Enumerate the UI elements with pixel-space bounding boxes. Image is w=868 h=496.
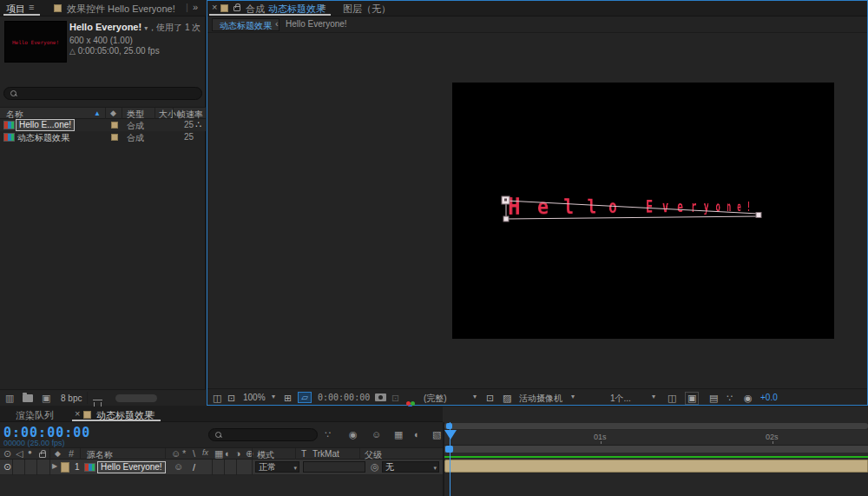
composition-item-icon (3, 133, 15, 142)
layer-label-chip[interactable] (61, 462, 69, 473)
bit-depth-button[interactable]: 8 bpc (61, 393, 82, 403)
comp-panel-menu-icon[interactable]: ≡ (320, 3, 326, 12)
active-camera-value[interactable]: 活动摄像机 (519, 393, 562, 405)
time-ruler[interactable]: 01s 02s (444, 430, 868, 446)
fast-previews-icon[interactable]: ▣ (685, 392, 699, 405)
sort-asc-icon[interactable]: ▲ (94, 109, 101, 117)
view-layout-value[interactable]: 1个... (610, 393, 631, 405)
close-tab-icon[interactable]: × (212, 3, 217, 12)
col-trkmat[interactable]: TrkMat (312, 449, 339, 459)
cache-row (444, 453, 868, 460)
row-name[interactable]: 动态标题效果 (17, 132, 69, 144)
magnification-value[interactable]: 100% (243, 393, 266, 402)
frame-blending-icon[interactable]: ▦ (394, 430, 403, 440)
graph-editor-icon[interactable]: ▧ (432, 430, 441, 440)
comp-current-time[interactable]: 0:00:00:00 (318, 393, 370, 402)
composition-panel: × 合成 动态标题效果 ≡ 图层（无） 动态标题效果 ‹ Hello Every… (207, 0, 868, 406)
transparency-grid-icon[interactable]: ▨ (503, 393, 511, 404)
timeline-search[interactable] (208, 428, 318, 441)
magnification-dropdown-icon[interactable]: ▾ (272, 393, 275, 400)
composition-thumbnail[interactable]: Hello Everyone! (4, 21, 67, 63)
row-fps: 25 (184, 132, 194, 142)
project-search[interactable] (3, 87, 202, 100)
project-hscrollbar[interactable] (115, 394, 157, 402)
tab-layer[interactable]: 图层（无） (343, 3, 391, 16)
motion-blur-icon[interactable]: ◐ (414, 430, 420, 440)
timeline-menu-icon[interactable]: ≡ (149, 409, 155, 419)
item-size: 600 x 400 (1.00) (69, 36, 204, 45)
layer-row[interactable]: ⊙ ▶ 1 Hello Everyone! ☺ / 正常 ▾ ◎ 无 (0, 460, 443, 475)
flowchart-button-icon[interactable]: ∵ (727, 393, 733, 404)
project-search-input[interactable] (22, 89, 195, 99)
viewer-tab-other[interactable]: Hello Everyone! (286, 19, 347, 29)
tab-effect-controls[interactable]: 效果控件 Hello Everyone! (67, 3, 175, 16)
layer-expand-icon[interactable]: ▶ (52, 463, 57, 470)
time-navigator[interactable] (444, 423, 868, 429)
reset-exposure-icon[interactable]: ◉ (744, 393, 753, 404)
item-name[interactable]: Hello Everyone! (69, 22, 141, 32)
layer-quality-icon[interactable]: / (193, 462, 195, 473)
parent-pick-whip-icon[interactable]: ◎ (371, 462, 379, 472)
snapshot-icon[interactable] (375, 393, 386, 401)
show-snapshot-icon[interactable]: ⊡ (391, 393, 399, 404)
close-tab-icon[interactable]: × (75, 409, 80, 419)
composition-mini-flowchart-icon[interactable]: ∵ (325, 430, 331, 440)
search-icon (10, 90, 16, 96)
always-preview-icon[interactable]: ◫ (213, 393, 221, 404)
layer-name[interactable]: Hello Everyone! (97, 461, 166, 473)
project-tab-underline (3, 14, 40, 16)
layer-index: 1 (75, 462, 80, 472)
region-of-interest-icon[interactable]: ⊡ (486, 393, 494, 404)
project-tabbar: 项目 ≡ 效果控件 Hello Everyone! | » (0, 0, 206, 17)
live-update-icon[interactable]: ◉ (349, 430, 358, 440)
timeline-button-icon[interactable]: ▤ (709, 393, 718, 404)
camera-dropdown-icon[interactable]: ▾ (571, 393, 575, 400)
ruler-label-2s: 02s (766, 433, 779, 441)
viewer-lock-icon[interactable] (233, 6, 240, 11)
viewer-tab-active[interactable]: 动态标题效果 (212, 18, 279, 31)
label-color-chip[interactable] (111, 134, 118, 141)
layer-duration-bar[interactable] (444, 460, 868, 473)
item-duration: 0:00:05:00, 25.00 fps (78, 46, 160, 56)
project-panel-menu-icon[interactable]: ≡ (29, 3, 34, 12)
new-composition-icon[interactable]: ▣ (42, 393, 50, 403)
table-row[interactable]: 动态标题效果 合成 25 (0, 131, 206, 143)
dropdown-icon: ▾ (293, 465, 297, 471)
rendered-frames-indicator (444, 456, 868, 458)
label-column-icon[interactable]: ◆ (110, 109, 116, 117)
main-viewer-icon[interactable]: ⊡ (227, 393, 235, 404)
label-color-chip[interactable] (111, 122, 118, 129)
grid-guides-icon[interactable]: ⊞ (284, 393, 292, 404)
trkmat-dropdown[interactable] (303, 461, 365, 473)
comp-color-chip (83, 411, 91, 419)
resolution-dropdown-icon[interactable]: ▾ (473, 393, 477, 400)
resolution-value[interactable]: (完整) (424, 393, 447, 405)
panel-overflow-icon[interactable]: » (193, 3, 198, 12)
parent-dropdown[interactable]: 无 ▾ (382, 461, 439, 473)
col-t[interactable]: T (301, 449, 306, 459)
hide-shy-layers-icon[interactable]: ☺ (372, 430, 381, 440)
tab-render-queue[interactable]: 渲染队列 (16, 409, 54, 422)
adjustment-switch-icon: ◑ (235, 449, 241, 459)
thumbnail-text: Hello Everyone! (5, 39, 66, 45)
playhead-head[interactable] (444, 430, 457, 440)
view-layout-dropdown-icon[interactable]: ▾ (652, 393, 655, 400)
exposure-value[interactable]: +0.0 (760, 393, 778, 402)
fx-switch-icon: fx (202, 449, 208, 457)
label-column-icon: ◆ (55, 450, 61, 458)
row-name-selected[interactable]: Hello E...one! (16, 119, 75, 131)
blend-mode-dropdown[interactable]: 正常 ▾ (255, 461, 299, 473)
table-row[interactable]: Hello E...one! 合成 25 ∴ (0, 119, 206, 131)
composition-viewport[interactable]: Hello Everyone! (452, 83, 834, 339)
interpret-footage-icon[interactable]: ▥ (5, 393, 14, 403)
shy-switch-icon: ☺ (171, 449, 181, 459)
mask-visibility-button[interactable]: ▱ (298, 392, 312, 403)
layer-video-icon[interactable]: ⊙ (3, 462, 11, 472)
new-folder-icon[interactable] (23, 394, 33, 402)
work-area-bar[interactable] (444, 446, 868, 453)
collapse-switch-icon: * (182, 449, 186, 459)
timeline-search-input[interactable] (227, 430, 312, 440)
layer-shy-toggle-icon[interactable]: ☺ (174, 462, 183, 472)
pixel-aspect-correction-icon[interactable]: ◫ (667, 393, 676, 404)
viewer-back-icon[interactable]: ‹ (275, 19, 279, 29)
